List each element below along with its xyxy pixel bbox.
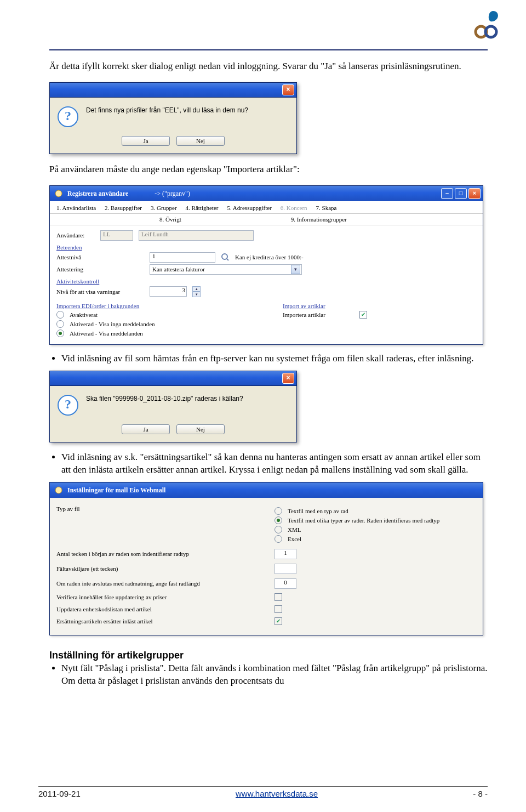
ersattningsartikel-checkbox[interactable]: ✔ (275, 617, 282, 625)
radio-excel[interactable] (275, 535, 282, 543)
tab-grupper[interactable]: 3. Grupper (151, 205, 177, 213)
antal-tecken-label: Antal tecken i början av raden som inden… (56, 550, 269, 557)
tabs-row-2: 8. Övrigt 9. Informationsgrupper (50, 214, 483, 225)
verifiera-checkbox[interactable] (275, 593, 282, 601)
anvandare-label: Användare: (56, 232, 95, 239)
anvandare-code: LL (100, 230, 133, 241)
faltavskiljare-label: Fältavskiljare (ett tecken) (56, 565, 269, 572)
window-title-suffix: -> ("prganv") (155, 186, 190, 201)
ja-button[interactable]: Ja (122, 136, 170, 146)
radio-label: Avaktiverat (70, 311, 98, 318)
footer-url[interactable]: www.hantverksdata.se (236, 789, 318, 798)
registrera-anvandare-window: Registrera användare -> ("prganv") – □ ×… (49, 185, 483, 345)
attestering-dropdown[interactable]: Kan attestera fakturor ▾ (150, 264, 302, 275)
svg-line-4 (226, 258, 228, 260)
typ-av-fil-label: Typ av fil (56, 506, 269, 512)
heading-artikelgrupper: Inställning för artikelgrupper (49, 650, 488, 661)
app-icon (54, 486, 63, 495)
brand-logo (472, 10, 499, 43)
radio-textfil-en-typ[interactable] (275, 507, 282, 515)
tab-skapa[interactable]: 7. Skapa (316, 205, 337, 213)
page-footer: 2011-09-21 www.hantverksdata.se - 8 - (38, 786, 488, 800)
tab-ovrigt[interactable]: 8. Övrigt (159, 216, 181, 223)
attestniva-input[interactable]: 1 (150, 252, 215, 263)
radio-label: Excel (288, 536, 301, 542)
importera-artiklar-checkbox[interactable]: ✔ (359, 311, 367, 319)
attestering-label: Attestering (56, 266, 144, 272)
antal-tecken-input[interactable]: 1 (275, 549, 296, 559)
close-icon[interactable]: × (282, 84, 294, 95)
window-title: Registrera användare (67, 186, 128, 201)
section-aktivitet: Aktivitetskontroll (56, 278, 476, 285)
question-icon: ? (58, 395, 78, 416)
tab-rattigheter[interactable]: 4. Rättigheter (186, 205, 219, 213)
anvandare-name: Leif Lundh (139, 230, 254, 241)
radio-label: Aktiverad - Visa inga meddelanden (70, 321, 155, 327)
dialog-message: Det finns nya prisfiler från "EEL", vill… (86, 106, 248, 127)
faltavskiljare-input[interactable] (275, 564, 296, 574)
ja-button[interactable]: Ja (122, 424, 170, 434)
tab-anvandarlista[interactable]: 1. Användarlista (56, 205, 96, 213)
svg-point-2 (55, 190, 62, 197)
nej-button[interactable]: Nej (176, 136, 225, 146)
tab-koncern: 6. Koncern (281, 205, 307, 213)
dialog-titlebar: × (50, 83, 296, 98)
radlangd-label: Om raden inte avslutas med radmatning, a… (56, 580, 269, 587)
section-beteenden: Beteenden (56, 244, 476, 251)
minimize-icon[interactable]: – (441, 188, 453, 199)
window-titlebar: Registrera användare -> ("prganv") – □ × (50, 186, 483, 201)
header-rule (49, 49, 488, 50)
confirm-dialog-prisfiler: × ? Det finns nya prisfiler från "EEL", … (49, 82, 297, 154)
maximize-icon[interactable]: □ (455, 188, 467, 199)
radio-inga-meddelanden[interactable] (56, 320, 64, 328)
radio-xml[interactable] (275, 526, 282, 533)
chevron-down-icon[interactable]: ▾ (291, 265, 300, 274)
section-import-artiklar: Import av artiklar (283, 303, 476, 309)
app-icon (54, 189, 63, 198)
svg-point-5 (55, 487, 62, 493)
tabs-row-1: 1. Användarlista 2. Basuppgifter 3. Grup… (50, 201, 483, 214)
bullet-ftp: Vid inläsning av fil som hämtas från en … (61, 353, 488, 365)
bullet-paslag: Nytt fält "Påslag i prislista". Detta fä… (61, 662, 488, 688)
close-icon[interactable]: × (468, 188, 481, 199)
footer-date: 2011-09-21 (38, 789, 81, 798)
nej-button[interactable]: Nej (176, 424, 225, 434)
bullet-ersattning: Vid inläsning av s.k. "ersättningsartike… (61, 451, 488, 476)
kreditera-label: Kan ej kreditera över 1000:- (235, 254, 304, 260)
verifiera-label: Verifiera innehållet före uppdatering av… (56, 594, 269, 600)
section-edi: Importera EDI/order i bakgrunden (56, 303, 250, 309)
close-icon[interactable]: × (282, 373, 294, 384)
niva-input[interactable]: 3 (150, 286, 187, 297)
uppdatera-enhet-checkbox[interactable] (275, 605, 282, 613)
radio-visa-meddelanden[interactable] (56, 330, 64, 337)
ersattningsartikel-label: Ersättningsartikeln ersätter inläst arti… (56, 618, 269, 624)
radio-avaktiverat[interactable] (56, 311, 64, 319)
window-title: Inställningar för mall Eio Webmall (67, 482, 165, 498)
question-icon: ? (58, 106, 78, 127)
radio-textfil-olika[interactable] (275, 516, 282, 524)
window-titlebar: Inställningar för mall Eio Webmall (50, 482, 483, 498)
tab-informationsgrupper[interactable]: 9. Informationsgrupper (291, 216, 347, 223)
confirm-dialog-radera: × ? Ska filen "999998-0_2011-08-10.zip" … (49, 371, 297, 442)
paragraph-instruction: På användaren måste du ange nedan egensk… (49, 163, 488, 176)
uppdatera-enhet-label: Uppdatera enhetskodslistan med artikel (56, 606, 269, 612)
radio-label: XML (288, 526, 301, 533)
niva-spinner[interactable]: ▴▾ (192, 286, 201, 297)
radio-label: Textfil med en typ av rad (288, 508, 348, 514)
dialog-message: Ska filen "999998-0_2011-08-10.zip" rade… (86, 395, 243, 416)
lookup-icon[interactable] (221, 253, 230, 262)
niva-label: Nivå för att visa varningar (56, 288, 144, 295)
attestniva-label: Attestnivå (56, 254, 144, 260)
installningar-mall-window: Inställningar för mall Eio Webmall Typ a… (49, 482, 483, 635)
radlangd-input[interactable]: 0 (275, 578, 296, 589)
attestering-value: Kan attestera fakturor (152, 266, 205, 272)
footer-page: - 8 - (473, 789, 488, 798)
paragraph-intro: Är detta ifyllt korrekt sker dialog enli… (49, 60, 488, 73)
radio-label: Aktiverad - Visa meddelanden (70, 330, 143, 337)
importera-artiklar-label: Importera artiklar (283, 311, 354, 318)
tab-adressuppgifter[interactable]: 5. Adressuppgifter (227, 205, 271, 213)
radio-label: Textfil med olika typer av rader. Raden … (288, 517, 439, 524)
dialog-titlebar: × (50, 371, 296, 386)
tab-basuppgifter[interactable]: 2. Basuppgifter (105, 205, 142, 213)
